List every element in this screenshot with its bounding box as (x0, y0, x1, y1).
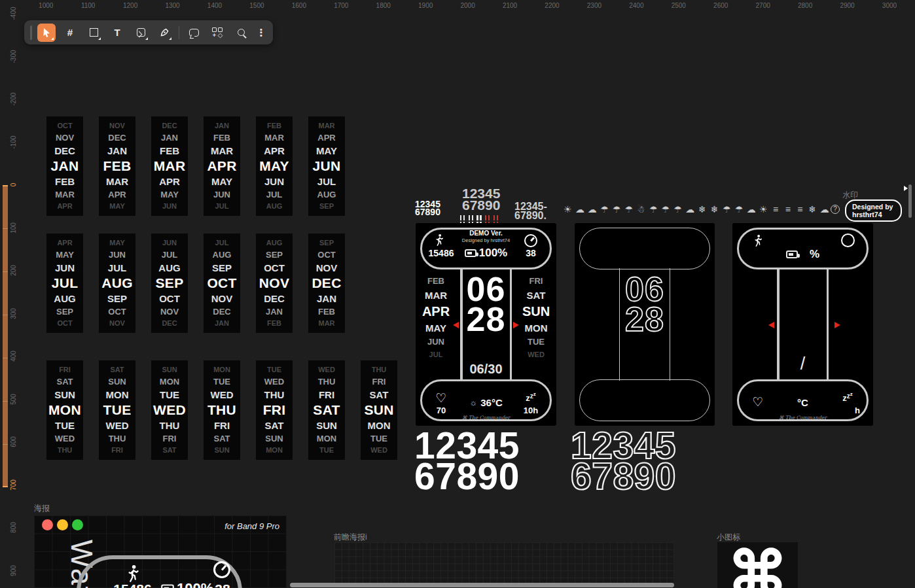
ruler-tick-label: 1600 (278, 2, 320, 9)
month-wheel[interactable]: OCTNOV DECJAN FEBMAR APR (46, 116, 83, 216)
move-tool-button[interactable] (37, 24, 56, 42)
digit-specimen-outline[interactable]: 12345 67890 (571, 430, 676, 492)
battery-value: 100% (479, 247, 507, 260)
month-wheel[interactable]: JANFEB MARAPR MAYJUN JUL (204, 116, 240, 216)
ruler-tick-label: 100 (10, 217, 17, 238)
ruler-tick-label: 1200 (109, 2, 151, 9)
design-canvas[interactable]: 1000110012001300140015001600170018001900… (0, 0, 915, 588)
ruler-top: 1000110012001300140015001600170018001900… (25, 2, 910, 9)
toolbar-drag-handle[interactable] (30, 26, 32, 40)
ruler-tick-label: 1900 (404, 2, 446, 9)
battery-bars-sample[interactable] (460, 215, 498, 223)
vertical-scrollbar[interactable] (908, 184, 912, 218)
watch-face-outline[interactable]: 06 28 (575, 223, 715, 426)
weather-icon: ☀ (757, 204, 770, 215)
app-icon-frame[interactable]: ⌘ (717, 542, 798, 588)
weather-icon: ☂ (721, 204, 733, 215)
resources-button[interactable]: + (208, 24, 226, 42)
watermark-line1: Designed by (852, 203, 901, 211)
steps-icon (124, 564, 141, 583)
month-wheel[interactable]: JULAUG SEPOCT NOVDEC JAN (204, 233, 240, 333)
search-button[interactable] (232, 24, 250, 42)
weather-icon: ☂ (647, 204, 660, 215)
weather-icon: ☁ (574, 204, 586, 215)
weekday-wheel[interactable]: SATSUN MONTUE WEDTHU FRI (99, 360, 135, 460)
month-wheel[interactable]: JUNJUL AUGSEP OCTNOV DEC (151, 233, 188, 333)
poster-section-label: 海报 (34, 503, 50, 514)
battery-icon (465, 249, 476, 257)
digit-sample-small[interactable]: 12345 67890 (415, 200, 440, 216)
month-wheel[interactable]: MARAPR MAYJUN JULAUG SEP (308, 116, 345, 216)
ruler-tick-label: 1500 (236, 2, 278, 9)
ruler-tick-label: 2100 (489, 2, 531, 9)
battery-icon (161, 584, 174, 588)
weather-icon: ☂ (622, 204, 635, 215)
cursor-icon (42, 27, 52, 38)
more-button[interactable]: ⋮ (255, 24, 267, 42)
weather-icon: ☁ (745, 204, 757, 215)
ruler-tick-label: 1400 (194, 2, 236, 9)
ruler-tick-label: 2200 (531, 2, 573, 9)
ruler-selection-band (3, 185, 8, 487)
ring-icon (841, 233, 855, 247)
weekday-wheel[interactable]: THUFRI SATSUN MONTUE WED (361, 360, 397, 460)
steps-icon (752, 234, 764, 247)
weekday-wheel[interactable]: SUNMON TUEWED THUFRI SAT (151, 360, 188, 460)
shape-tool-button[interactable] (84, 24, 103, 42)
day-list: FRISATSUNMONTUEWEDTHU (516, 277, 556, 373)
comment-tool-button[interactable] (185, 24, 203, 42)
standup-value: 38 (511, 248, 551, 258)
month-wheel[interactable]: FEBMAR APRMAY JUNJUL AUG (256, 116, 293, 216)
digit-specimen-solid[interactable]: 12345 67890 (414, 430, 520, 492)
weekday-wheel[interactable]: TUEWED THUFRI SATSUN MON (256, 360, 293, 460)
digit-sample-medium[interactable]: 12345 67890 (462, 188, 500, 211)
slash-placeholder: / (773, 354, 833, 374)
month-wheel[interactable]: APRMAY JUNJUL AUGSEP OCT (46, 233, 83, 333)
horizontal-scrollbar[interactable] (290, 583, 674, 587)
month-wheel[interactable]: DECJAN FEBMAR APRMAY JUN (151, 116, 188, 216)
watch-face-main[interactable]: DEMO Ver. Designed by hrsthrt74 15486 10… (416, 223, 556, 426)
weather-icon: ☂ (672, 204, 684, 215)
ruler-tick-label: 2300 (573, 2, 615, 9)
frame-tool-button[interactable]: # (61, 24, 79, 42)
ruler-tick-label: 900 (10, 560, 17, 581)
ruler-tick-label: 2700 (742, 2, 783, 9)
weather-icon-strip[interactable]: ☀☁☁☂☂☂☃☂☂☂☁❄❄☂☂☁☀≡≡≡❄☁? (562, 204, 840, 215)
icon-section-label: 小图标 (717, 532, 740, 543)
weekday-wheel[interactable]: WEDTHU FRISAT SUNMON TUE (308, 360, 345, 460)
ruler-tick-label: 300 (10, 303, 17, 324)
month-wheel[interactable]: NOVDEC JANFEB MARAPR MAY (99, 116, 135, 216)
weather-icon: ❄ (806, 204, 819, 215)
asset-tool-button[interactable] (132, 24, 150, 42)
text-tool-button[interactable]: T (108, 24, 126, 42)
weather-icon: ☃ (635, 204, 647, 215)
weather-icon: ☁ (684, 204, 696, 215)
month-wheel[interactable]: AUGSEP OCTNOV DECJAN FEB (256, 233, 293, 333)
weekday-wheel[interactable]: MONTUE WEDTHU FRISAT SUN (204, 360, 240, 460)
preview-poster-frame[interactable] (334, 542, 674, 583)
ruler-selection-start-label: 0 (10, 175, 17, 196)
heart-icon: ♡ (738, 396, 778, 407)
ruler-tick-label: 2600 (700, 2, 742, 9)
toolbar-divider (179, 26, 179, 39)
resources-icon: + (212, 27, 223, 38)
month-wheel[interactable]: SEPOCT NOVDEC JANFEB MAR (308, 233, 345, 333)
panel-toggle-icon[interactable] (904, 186, 908, 191)
weather-icon: ☂ (733, 204, 745, 215)
ruler-tick-label: 2800 (784, 2, 826, 9)
standup-value: 38 (203, 581, 242, 588)
poster-frame[interactable]: for Band 9 Pro Watch 15486 100% 38 (34, 515, 287, 588)
sleep-value: 10h (511, 406, 551, 415)
watch-face-template[interactable]: % / ♡ °C zzz h ⌘ The Commander (732, 223, 873, 426)
month-wheel[interactable]: MAYJUN JULAUG SEPOCT NOV (99, 233, 135, 333)
month-wheels-row-1: OCTNOV DECJAN FEBMAR APR NOVDEC JANFEB M… (46, 116, 345, 216)
rectangle-icon (90, 28, 98, 37)
ruler-tick-label: 600 (10, 432, 17, 453)
digit-sample-punct[interactable]: 12345- 67890. (514, 202, 547, 220)
ruler-tick-label: 2000 (446, 2, 488, 9)
pen-tool-button[interactable] (155, 24, 173, 42)
weekday-wheel[interactable]: FRISAT SUNMON TUEWED THU (46, 360, 83, 460)
ruler-tick-label: -200 (10, 89, 17, 110)
watermark-badge[interactable]: Designed by hrsthrt74 (845, 199, 902, 222)
poster-edition-label: for Band 9 Pro (224, 521, 279, 531)
